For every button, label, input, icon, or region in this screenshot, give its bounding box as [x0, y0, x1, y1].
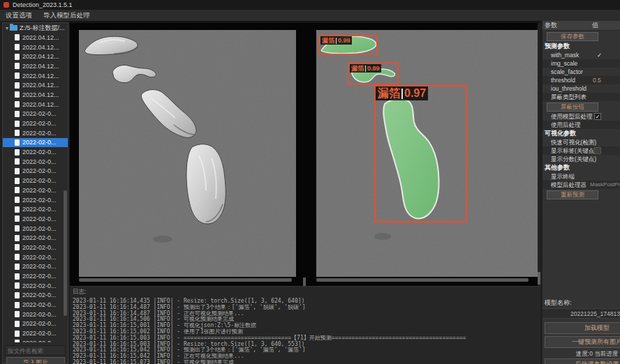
param-row[interactable]: threshold0.5 — [542, 76, 620, 84]
tree-item-label: 2022-02-0... — [22, 197, 57, 204]
detection-score: 0.89 — [367, 65, 380, 72]
tree-item-label: 2022-02-0... — [22, 225, 57, 232]
file-icon — [15, 225, 20, 232]
vertical-scrollbar[interactable] — [538, 23, 540, 286]
param-checkbox[interactable] — [594, 147, 601, 154]
tree-item[interactable]: 2022-02-0... — [3, 291, 68, 301]
load-model-button[interactable]: 加载模型 — [545, 322, 620, 334]
import-images-button[interactable]: 导入图片 — [6, 357, 65, 364]
param-checkbox[interactable]: ✓ — [594, 113, 601, 120]
tree-item[interactable]: 2022-02-0... — [3, 281, 68, 291]
tree-item[interactable]: 2022-02-0... — [3, 252, 68, 262]
tree-item[interactable]: 2022-02-0... — [3, 128, 68, 138]
tree-item[interactable]: 2022-02-0... — [3, 176, 68, 185]
file-icon — [15, 149, 20, 156]
param-row[interactable]: img_scale — [542, 59, 620, 68]
tree-item[interactable]: 2022-02-0... — [3, 262, 68, 272]
menu-item-1[interactable]: 导入模型后处理 — [43, 11, 90, 20]
tree-item[interactable]: 2022-02-0... — [3, 233, 68, 243]
param-button[interactable]: 保存参数 — [547, 32, 598, 41]
model-name-field[interactable]: 20221225_174813 — [542, 308, 620, 319]
tree-item[interactable]: 2022-02-0... — [3, 271, 68, 281]
tree-item[interactable]: 2022-02-0... — [3, 147, 68, 157]
param-column-header: 参数 — [542, 21, 592, 30]
param-row[interactable]: 显示分数(关键点) — [542, 155, 620, 163]
log-panel[interactable]: 日志: 2023-01-11 16:16:14,435 |INFO| - Res… — [70, 286, 540, 364]
tree-item[interactable]: 2022-02-0... — [3, 204, 68, 214]
tree-item[interactable]: 2022-02-0... — [3, 338, 68, 342]
postprocess-config-button[interactable]: 后处理参数设置 — [545, 358, 620, 364]
param-row[interactable]: 模型后处理器MaskPostPro — [542, 181, 620, 189]
app-icon — [3, 2, 9, 8]
chevron-down-icon[interactable]: ▾ — [6, 25, 8, 31]
param-row[interactable]: with_mask✓ — [542, 51, 620, 59]
tree-item[interactable]: 2022-02-0... — [3, 243, 68, 252]
tree-item[interactable]: 2022.04.12... — [3, 90, 68, 100]
horizontal-scrollbar[interactable] — [79, 278, 292, 282]
tree-item-label: 2022.04.12... — [22, 73, 59, 79]
file-icon — [15, 311, 20, 317]
tree-item-label: 2022-02-0... — [22, 301, 57, 308]
tree-item[interactable]: 2022.04.12... — [3, 80, 68, 90]
tree-item-label: 2022-02-0... — [22, 215, 57, 222]
tree-item[interactable]: 2022.04.12... — [3, 100, 68, 109]
tree-item[interactable]: 2022-02-0... — [3, 195, 68, 205]
file-icon — [15, 235, 20, 241]
tree-item[interactable]: 2022-02-0... — [3, 167, 68, 176]
param-row[interactable]: 屏蔽类型列表 — [542, 93, 620, 101]
tree-item-label: 2022.04.12... — [22, 91, 59, 98]
parameters-panel: 参数 值 保存参数预测参数with_mask✓img_scalescale_fa… — [542, 21, 620, 364]
tree-item[interactable]: 2022-02-0... — [3, 185, 68, 195]
param-button[interactable]: 屏蔽按钮 — [547, 103, 598, 112]
param-row[interactable]: 显示终端 — [542, 172, 620, 181]
tree-item-label: 2022-02-0... — [22, 234, 57, 241]
file-icon — [15, 264, 20, 270]
tree-item[interactable]: 2022-02-0... — [3, 300, 68, 310]
search-input[interactable] — [5, 345, 66, 356]
file-icon — [15, 206, 20, 213]
menu-item-0[interactable]: 设置选项 — [6, 11, 32, 20]
file-icon — [15, 187, 20, 193]
param-row[interactable]: 使用后处理 — [542, 121, 620, 129]
tree-item[interactable]: 2022.04.12... — [3, 43, 68, 52]
param-label: 屏蔽类型列表 — [551, 93, 586, 101]
predict-all-button[interactable]: 一键预测所有图片 — [545, 336, 620, 348]
label-divider — [401, 89, 403, 99]
original-image[interactable] — [79, 30, 296, 277]
param-label: 显示分数(关键点) — [551, 155, 596, 163]
tree-item[interactable]: 2022-02-0... — [3, 157, 68, 167]
main-area: 漏箔0.99漏箔0.89漏箔0.97 日志: 2023-01-11 16:16:… — [70, 21, 540, 364]
detection-class: 漏箔 — [351, 64, 364, 73]
tree-root-folder[interactable]: ▾ Z:/5-标注数据/... — [3, 23, 68, 33]
detection-label: 漏箔0.97 — [376, 86, 428, 100]
tree-item[interactable]: 2022-02-0... — [3, 224, 68, 234]
tree-item[interactable]: 2022-02-0... — [3, 328, 68, 338]
tree-item[interactable]: 2022-02-0... — [3, 109, 68, 119]
horizontal-scrollbar[interactable] — [316, 278, 529, 282]
param-row[interactable]: 使用模型后处理✓ — [542, 112, 620, 121]
label-divider — [336, 38, 337, 44]
tree-item[interactable]: 2022-02-0... — [3, 119, 68, 128]
tree-item[interactable]: 2022.04.12... — [3, 61, 68, 71]
file-icon — [15, 121, 20, 127]
param-row[interactable]: iou_threshold — [542, 84, 620, 93]
param-value: MaskPostPro — [590, 181, 620, 189]
file-icon — [15, 73, 20, 79]
param-row[interactable]: 快速可视化(检测) — [542, 138, 620, 146]
model-name-label: 模型名称: — [545, 298, 572, 308]
file-icon — [15, 54, 20, 60]
prediction-image[interactable]: 漏箔0.99漏箔0.89漏箔0.97 — [316, 30, 538, 277]
param-row[interactable]: 显示标签(关键点) — [542, 146, 620, 155]
tree-item[interactable]: 2022-02-0... — [3, 214, 68, 224]
tree-item[interactable]: 2022.04.12... — [3, 52, 68, 61]
tree-scrollbar[interactable] — [64, 190, 67, 316]
param-button[interactable]: 重新预测 — [547, 190, 598, 199]
tree-item[interactable]: 2022.04.12... — [3, 71, 68, 81]
tree-item[interactable]: 2022-02-0... — [3, 138, 68, 148]
file-icon — [15, 282, 20, 289]
tree-item[interactable]: 2022-02-0... — [3, 319, 68, 329]
tree-item[interactable]: 2022-02-0... — [3, 310, 68, 319]
tree-item[interactable]: 2022.04.12... — [3, 33, 68, 43]
param-row[interactable]: scale_factor — [542, 68, 620, 76]
vertical-scrollbar-thumb[interactable] — [538, 272, 540, 285]
